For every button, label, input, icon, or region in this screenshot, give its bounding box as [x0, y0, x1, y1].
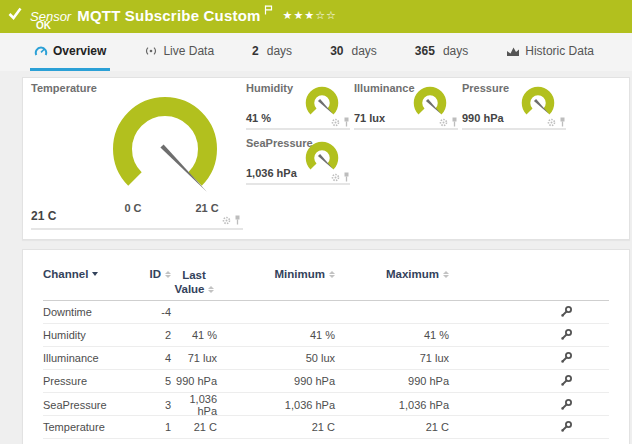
channel-gear-icon[interactable]: [331, 118, 340, 127]
pin-icon[interactable]: [234, 215, 241, 225]
table-row: Pressure 5 990 hPa 990 hPa 990 hPa: [43, 370, 609, 393]
mini-gauges-grid: Humidity 41 % Illuminance 71 lux: [246, 82, 582, 192]
flag-icon[interactable]: [264, 5, 273, 15]
channel-name: Illuminance: [43, 352, 143, 364]
table-row: Illuminance 4 71 lux 50 lux 71 lux: [43, 347, 609, 370]
gauge-value: 71 lux: [354, 112, 385, 124]
gauge-tile-temperature: Temperature 0 C 21 C 21 C: [31, 82, 243, 230]
gauges-panel: Temperature 0 C 21 C 21 C Humidity: [22, 77, 630, 240]
channel-settings-wrench-icon[interactable]: [559, 351, 573, 365]
ok-check-icon: [8, 7, 22, 20]
gauge-tile-humidity: Humidity 41 %: [246, 82, 350, 130]
table-row: SeaPressure 3 1,036 hPa 1,036 hPa 1,036 …: [43, 393, 609, 416]
priority-stars[interactable]: ★★★☆☆: [283, 9, 337, 21]
sort-icon: [329, 271, 335, 278]
tab-historic-data[interactable]: Historic Data: [502, 33, 598, 71]
pin-icon[interactable]: [451, 117, 458, 127]
channel-name: SeaPressure: [43, 399, 143, 411]
tab-2-days[interactable]: 2days: [248, 33, 296, 71]
gauge-scale-min: 0 C: [117, 202, 149, 214]
column-header-maximum[interactable]: Maximum: [386, 268, 449, 280]
tab-live-data[interactable]: Live Data: [140, 33, 218, 71]
chart-icon: [506, 44, 520, 57]
sort-icon: [208, 286, 214, 293]
gauge-value: 1,036 hPa: [246, 167, 297, 179]
channel-settings-wrench-icon[interactable]: [559, 305, 573, 319]
channel-settings-wrench-icon[interactable]: [559, 374, 573, 388]
temperature-gauge-dial: [100, 88, 230, 204]
table-row: Humidity 2 41 % 41 % 41 %: [43, 324, 609, 347]
channel-settings-wrench-icon[interactable]: [559, 328, 573, 342]
gauge-icon: [34, 44, 48, 57]
channel-gear-icon[interactable]: [331, 173, 340, 182]
sensor-title: MQTT Subscribe Custom: [77, 7, 260, 24]
pin-icon[interactable]: [343, 172, 350, 182]
channel-name: Pressure: [43, 375, 143, 387]
column-header-id[interactable]: ID: [150, 268, 172, 280]
pin-icon[interactable]: [559, 117, 566, 127]
pin-icon[interactable]: [343, 117, 350, 127]
sort-desc-icon: [92, 272, 98, 276]
channel-name: Temperature: [43, 421, 143, 433]
column-header-last-value[interactable]: Last Value: [174, 268, 213, 297]
channel-gear-icon[interactable]: [439, 118, 448, 127]
gauge-scale-max: 21 C: [187, 202, 227, 214]
tab-365-days[interactable]: 365days: [411, 33, 472, 71]
gauge-tile-seapressure: SeaPressure 1,036 hPa: [246, 137, 350, 185]
sort-icon: [165, 271, 171, 278]
gauge-tile-pressure: Pressure 990 hPa: [462, 82, 566, 130]
gauge-value: 990 hPa: [462, 112, 504, 124]
sensor-tabbar: Overview Live Data 2days 30days 365days …: [0, 33, 632, 71]
column-header-channel[interactable]: Channel: [43, 268, 143, 280]
status-badge: OK: [36, 20, 51, 31]
table-row: Downtime -4: [43, 301, 609, 324]
sensor-status-header: SensorMQTT Subscribe Custom ★★★☆☆ OK: [0, 0, 632, 33]
broadcast-icon: [144, 44, 158, 58]
column-header-minimum[interactable]: Minimum: [275, 268, 335, 280]
tab-overview[interactable]: Overview: [30, 33, 110, 71]
gauge-value: 41 %: [246, 112, 271, 124]
tab-log[interactable]: Log: [628, 33, 632, 71]
channel-table: Channel ID Last Value Minimum Maximum Do…: [23, 250, 629, 439]
channel-gear-icon[interactable]: [547, 118, 556, 127]
channel-settings-wrench-icon[interactable]: [559, 398, 573, 412]
sort-icon: [443, 271, 449, 278]
tab-30-days[interactable]: 30days: [326, 33, 381, 71]
table-header-row: Channel ID Last Value Minimum Maximum: [43, 264, 609, 301]
channel-settings-wrench-icon[interactable]: [559, 420, 573, 434]
table-row: Temperature 1 21 C 21 C 21 C: [43, 416, 609, 439]
channel-gear-icon[interactable]: [222, 216, 231, 225]
gauge-tile-illuminance: Illuminance 71 lux: [354, 82, 458, 130]
channel-name: Humidity: [43, 329, 143, 341]
channel-name: Downtime: [43, 306, 143, 318]
channel-table-panel: Channel ID Last Value Minimum Maximum Do…: [22, 249, 630, 444]
gauge-value: 21 C: [31, 209, 56, 223]
